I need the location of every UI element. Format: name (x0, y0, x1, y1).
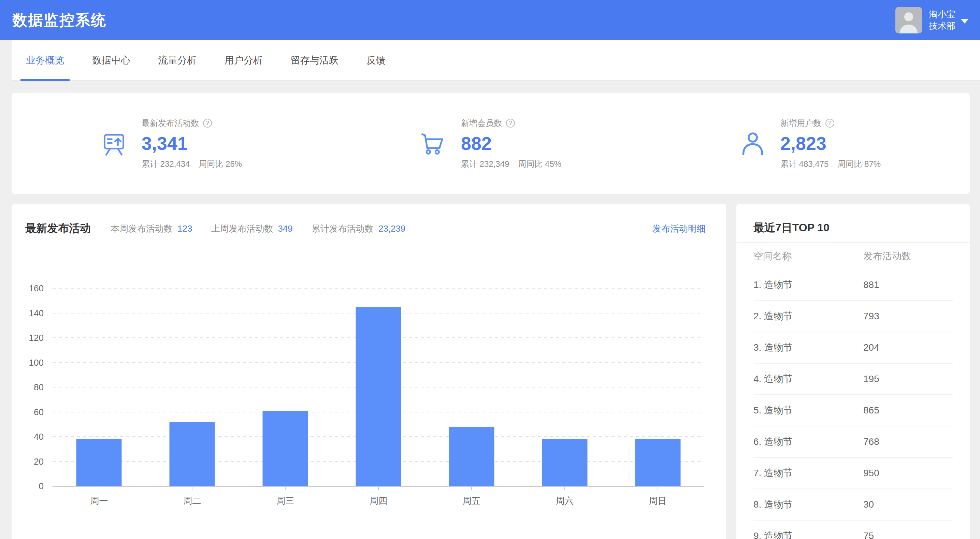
stat-wow: 周同比 45% (518, 159, 561, 169)
top10-row-3: 3. 造物节204 (753, 332, 953, 363)
main-row: 最新发布活动 本周发布活动数123上周发布活动数349累计发布活动数23,239… (11, 204, 970, 539)
bar-周二 (170, 422, 215, 487)
bar-周三 (263, 411, 308, 486)
stats-card: 最新发布活动数?3,341累计 232,434周同比 26%新增会员数?882累… (11, 93, 970, 194)
tab-2[interactable]: 数据中心 (91, 40, 131, 80)
x-axis-category-周五: 周五 (425, 487, 518, 507)
space-name: 6. 造物节 (753, 435, 863, 448)
stat-value: 3,341 (142, 133, 242, 154)
substat-label: 上周发布活动数 (211, 223, 273, 234)
top10-title: 最近7日TOP 10 (753, 220, 953, 235)
top10-row-1: 1. 造物节881 (753, 269, 953, 300)
user-avatar[interactable] (896, 7, 922, 33)
activity-count: 204 (863, 342, 953, 353)
substat-value: 123 (177, 223, 192, 234)
activity-count: 195 (863, 374, 953, 385)
tab-label: 流量分析 (158, 54, 197, 67)
bar-column-周四 (332, 289, 425, 486)
y-axis-label-20: 20 (34, 456, 44, 467)
user-info: 淘小宝 技术部 (929, 8, 955, 32)
x-axis-category-周一: 周一 (52, 487, 146, 507)
top10-row-7: 7. 造物节950 (753, 457, 953, 488)
x-axis-category-周四: 周四 (332, 487, 425, 507)
help-icon[interactable]: ? (826, 119, 834, 127)
substat-label: 累计发布活动数 (312, 223, 374, 234)
stat-body: 新增会员数?882累计 232,349周同比 45% (461, 118, 561, 170)
user-name: 淘小宝 (929, 8, 955, 20)
stat-total: 累计 232,349 (461, 159, 509, 169)
column-header-activity-count: 发布活动数 (863, 250, 953, 263)
top10-table: 空间名称 发布活动数 1. 造物节8812. 造物节7933. 造物节2044.… (737, 243, 970, 539)
tab-label: 用户分析 (224, 54, 263, 67)
activity-count: 30 (863, 499, 953, 510)
activity-count: 768 (863, 436, 953, 447)
tab-3[interactable]: 流量分析 (158, 40, 197, 80)
stat-2: 新增会员数?882累计 232,349周同比 45% (331, 118, 651, 170)
axis-tick (378, 487, 379, 490)
x-axis-label: 周二 (146, 495, 239, 507)
user-menu[interactable]: 淘小宝 技术部 (896, 7, 969, 33)
activity-count: 950 (863, 468, 953, 479)
axis-tick (192, 487, 192, 490)
substat-value: 23,239 (379, 223, 406, 234)
x-axis-category-周二: 周二 (146, 487, 239, 507)
stat-wow: 周同比 87% (837, 159, 881, 169)
tab-4[interactable]: 用户分析 (224, 40, 263, 80)
axis-tick (471, 487, 472, 490)
top10-row-6: 6. 造物节768 (753, 426, 953, 457)
chart-card-header: 最新发布活动 本周发布活动数123上周发布活动数349累计发布活动数23,239… (11, 204, 726, 236)
tab-label: 数据中心 (92, 54, 130, 67)
stat-wow: 周同比 26% (199, 159, 242, 169)
activity-detail-link[interactable]: 发布活动明细 (652, 223, 706, 235)
bar-周六 (542, 439, 587, 486)
help-icon[interactable]: ? (203, 119, 212, 127)
y-axis-label-140: 140 (29, 308, 44, 318)
y-axis-label-60: 60 (34, 407, 44, 417)
activity-count: 793 (863, 311, 953, 322)
tab-5[interactable]: 留存与活跃 (290, 40, 339, 80)
person-icon (740, 129, 766, 158)
bar-column-周六 (518, 289, 611, 486)
bar-周一 (76, 439, 122, 486)
stat-label: 新增用户数 (780, 118, 821, 129)
space-name: 1. 造物节 (753, 278, 863, 291)
column-header-space-name: 空间名称 (753, 250, 863, 263)
stat-subtext: 累计 232,434周同比 26% (142, 159, 242, 170)
stat-total: 累计 232,434 (142, 159, 190, 169)
activity-count: 75 (863, 531, 953, 539)
top10-row-9: 9. 造物节75 (753, 520, 953, 539)
y-axis-label-120: 120 (29, 332, 44, 343)
chevron-down-icon[interactable] (961, 19, 969, 24)
space-name: 7. 造物节 (753, 467, 863, 480)
presentation-board-icon (101, 129, 127, 158)
chart-substat-1: 本周发布活动数123 (111, 223, 192, 234)
axis-tick (285, 487, 286, 490)
stat-subtext: 累计 232,349周同比 45% (461, 159, 561, 170)
x-axis-label: 周五 (425, 495, 518, 507)
space-name: 8. 造物节 (753, 498, 863, 511)
tab-6[interactable]: 反馈 (366, 40, 386, 80)
chart-x-axis: 周一周二周三周四周五周六周日 (52, 487, 704, 507)
tab-label: 留存与活跃 (291, 54, 339, 67)
y-axis-label-40: 40 (34, 431, 44, 442)
bar-column-周一 (52, 289, 146, 486)
help-icon[interactable]: ? (506, 119, 515, 127)
bar-chart: 020406080100120140160 周一周二周三周四周五周六周日 (11, 289, 704, 507)
app-title: 数据监控系统 (12, 10, 107, 30)
x-axis-category-周日: 周日 (611, 487, 704, 507)
top10-column-headers: 空间名称 发布活动数 (753, 243, 953, 269)
x-axis-category-周三: 周三 (239, 487, 332, 507)
x-axis-label: 周一 (52, 495, 146, 507)
x-axis-label: 周日 (611, 495, 704, 507)
substat-label: 本周发布活动数 (111, 223, 173, 234)
bars-container (52, 289, 704, 486)
bar-column-周二 (146, 289, 239, 486)
stat-value: 2,823 (780, 133, 881, 154)
tab-1[interactable]: 业务概览 (25, 40, 65, 80)
substat-value: 349 (278, 223, 293, 234)
stat-label: 新增会员数 (461, 118, 502, 129)
top10-row-5: 5. 造物节865 (753, 394, 953, 426)
stat-value: 882 (461, 133, 561, 154)
active-tab-underline (21, 79, 70, 81)
x-axis-label: 周六 (518, 495, 611, 507)
